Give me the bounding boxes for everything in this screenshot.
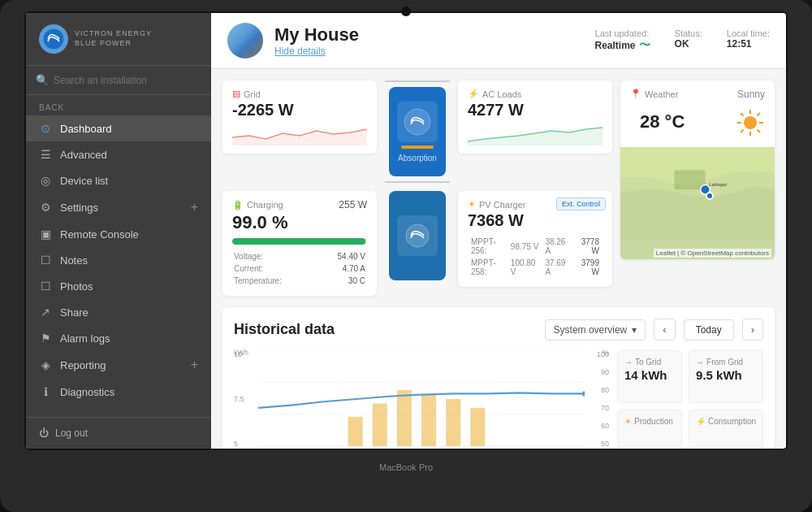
settings-add-icon[interactable]: + [191, 200, 198, 215]
sidebar-item-label-share: Share [60, 306, 89, 319]
sidebar-item-diagnostics[interactable]: ℹ Diagnostics [26, 379, 211, 405]
ac-loads-value: 4277 W [468, 101, 603, 119]
pv-charger-card: Ext. Control ☀ PV Charger 7368 W MPPT-25… [458, 191, 612, 287]
sidebar-item-advanced[interactable]: ☰ Advanced [26, 141, 211, 167]
logout-button[interactable]: ⏻ Log out [26, 417, 211, 449]
y2-label-50: 50 [601, 440, 609, 448]
y2-label-90: 90 [601, 368, 609, 376]
svg-rect-25 [470, 408, 485, 446]
today-button[interactable]: Today [684, 319, 734, 341]
map-pin [706, 192, 714, 200]
camera-notch [401, 7, 411, 16]
notes-icon: ☐ [39, 254, 52, 267]
pv-mppt-details: MPPT-256: 98.75 V 38.26 A 3778 W MPPT-25… [468, 235, 603, 279]
sidebar-item-reporting[interactable]: ◈ Reporting + [26, 351, 211, 379]
sidebar-item-label-diagnostics: Diagnostics [60, 386, 114, 398]
inverter-card: Absorption [389, 87, 446, 176]
temperature-value: 30 C [317, 276, 365, 286]
sidebar-item-dashboard[interactable]: ⊙ Dashboard [26, 115, 211, 141]
historical-section: Historical data System overview ▾ ‹ Toda… [222, 307, 775, 449]
historical-title: Historical data [234, 321, 537, 338]
sidebar-item-label-photos: Photos [60, 280, 93, 293]
sidebar-item-alarm-logs[interactable]: ⚑ Alarm logs [26, 325, 211, 351]
charging-card: 🔋 Charging 255 W 99.0 % Voltage: 54.40 V [222, 191, 377, 296]
weather-title: 📍 Weather [630, 89, 678, 99]
svg-point-15 [406, 224, 429, 247]
hide-details-link[interactable]: Hide details [274, 46, 584, 57]
grid-icon: ▤ [232, 89, 240, 99]
sun-icon [736, 108, 765, 141]
system-overview-dropdown[interactable]: System overview ▾ [545, 319, 646, 341]
mppt258-a: 37.69 A [543, 258, 572, 277]
mppt256-a: 38.26 A [543, 236, 572, 256]
sidebar-item-device-list[interactable]: ◎ Device list [26, 167, 211, 193]
reporting-add-icon[interactable]: + [191, 358, 198, 372]
voltage-label: Voltage: [234, 251, 316, 262]
mppt256-v: 98.75 V [509, 236, 542, 256]
share-icon: ↗ [39, 306, 52, 319]
consumption-label: ⚡ Consumption [696, 417, 756, 426]
page-header: My House Hide details Last updated: Real… [211, 13, 786, 69]
sidebar-item-share[interactable]: ↗ Share [26, 299, 211, 325]
inverter-connector: Absorption [385, 80, 450, 183]
from-grid-stat: → From Grid 9.5 kWh [689, 350, 763, 403]
diagnostics-icon: ℹ [39, 385, 52, 398]
dropdown-label: System overview [554, 324, 628, 336]
sidebar-item-photos[interactable]: ☐ Photos [26, 273, 211, 299]
chart-svg-container [258, 350, 585, 448]
device-list-icon: ◎ [39, 174, 52, 187]
sidebar-item-label-reporting: Reporting [60, 359, 106, 371]
map-credit: Leaflet | © OpenStreetMap contributors [654, 249, 771, 258]
sidebar-item-label-alarms: Alarm logs [60, 332, 110, 345]
weather-status: Sunny [737, 89, 765, 100]
from-grid-label: → From Grid [696, 358, 756, 367]
inverter-label: Absorption [398, 154, 437, 163]
back-label: BACK [26, 95, 211, 115]
from-grid-icon: → [696, 358, 704, 367]
sidebar-logo: victron energy BLUE POWER [26, 13, 211, 66]
svg-point-2 [744, 116, 757, 129]
to-grid-stat: → To Grid 14 kWh [617, 350, 682, 403]
mppt256-label: MPPT-256: [469, 236, 508, 256]
header-meta: Last updated: Realtime 〜 Status: OK Loca… [595, 28, 770, 53]
svg-rect-20 [348, 417, 363, 446]
sidebar-item-label-notes: Notes [60, 254, 88, 267]
y2-label-70: 70 [601, 404, 609, 412]
svg-rect-22 [397, 390, 412, 446]
weather-pin-icon: 📍 [630, 89, 641, 99]
mppt258-label: MPPT-258: [469, 258, 508, 277]
dropdown-chevron-icon: ▾ [632, 324, 637, 336]
battery-progress-bar [232, 238, 367, 245]
y2-label-100: 100 [597, 350, 609, 358]
svg-rect-21 [373, 403, 387, 445]
dashboard-icon: ⊙ [39, 122, 52, 135]
battery-details: Voltage: 54.40 V Current: 4.70 A Tempera… [232, 249, 367, 288]
ext-control-badge: Ext. Control [556, 197, 606, 210]
svg-point-1 [404, 109, 430, 135]
search-input[interactable] [54, 75, 201, 86]
logo-text-block: victron energy BLUE POWER [75, 29, 152, 48]
logout-label: Log out [55, 427, 88, 439]
search-box[interactable]: 🔍 [26, 66, 211, 95]
page-title: My House [274, 24, 584, 46]
historical-header: Historical data System overview ▾ ‹ Toda… [234, 319, 763, 341]
next-nav-button[interactable]: › [742, 319, 763, 341]
sidebar-item-notes[interactable]: ☐ Notes [26, 247, 211, 273]
production-label: ☀ Production [624, 417, 675, 426]
sidebar-item-remote-console[interactable]: ▣ Remote Console [26, 221, 211, 247]
prev-nav-button[interactable]: ‹ [654, 319, 675, 341]
y-label-75: 7.5 [234, 395, 258, 403]
weather-map: Larkspur Leaflet | © OpenStreetMap contr… [620, 147, 775, 259]
svg-line-10 [741, 130, 744, 133]
alarm-icon: ⚑ [39, 332, 52, 345]
svg-text:Larkspur: Larkspur [709, 182, 727, 187]
grid-chart [232, 121, 367, 145]
battery-progress-fill [232, 238, 365, 245]
sidebar-item-settings[interactable]: ⚙ Settings + [26, 193, 211, 221]
realtime-icon: 〜 [639, 38, 650, 53]
local-time-label: Local time: [727, 28, 770, 38]
to-grid-icon: → [624, 358, 633, 367]
sidebar-item-label-advanced: Advanced [60, 149, 107, 161]
house-avatar [227, 23, 263, 59]
ac-loads-title: ⚡ AC Loads [468, 89, 603, 99]
